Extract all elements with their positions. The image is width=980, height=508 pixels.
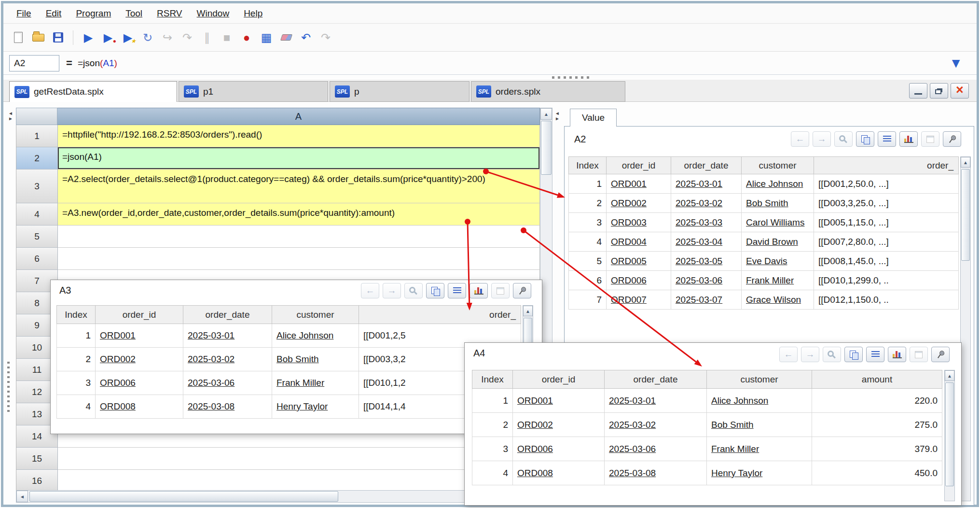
debug-execute-icon[interactable]: ▶●: [99, 28, 117, 47]
chart-icon[interactable]: [888, 347, 906, 362]
order-date-cell[interactable]: 2025-03-06: [605, 437, 707, 461]
customer-cell[interactable]: Henry Taylor: [707, 461, 812, 485]
scrollbar-thumb[interactable]: [29, 491, 338, 502]
order-id-cell[interactable]: ORD002: [96, 348, 183, 371]
customer-cell[interactable]: Alice Johnson: [742, 174, 814, 194]
middle-splitter-collapse[interactable]: ◄ ►: [555, 111, 560, 121]
chart-icon[interactable]: [469, 283, 488, 298]
cell-ref-box[interactable]: A2: [9, 55, 59, 71]
order-id-cell[interactable]: ORD005: [607, 252, 671, 271]
formula-expand-icon[interactable]: ▼: [947, 54, 965, 72]
menu-rsrv[interactable]: RSRV: [150, 8, 189, 19]
value-scrollbar[interactable]: ▲: [944, 370, 955, 501]
details-cell[interactable]: [[D008,1,45.0, ...]: [814, 252, 959, 271]
cell-A2[interactable]: =json(A1): [58, 147, 540, 169]
order-id-cell[interactable]: ORD008: [96, 395, 183, 419]
row-header-4[interactable]: 4: [16, 203, 58, 226]
details-cell[interactable]: [[D003,3,25.0, ...]: [814, 194, 959, 213]
customer-cell[interactable]: Bob Smith: [272, 348, 359, 371]
breakpoint-icon[interactable]: ●: [237, 28, 256, 47]
order-date-cell[interactable]: 2025-03-04: [671, 232, 742, 252]
grid-corner-header[interactable]: [16, 108, 57, 125]
customer-cell[interactable]: Eve Davis: [742, 252, 814, 271]
menu-file[interactable]: File: [9, 8, 39, 19]
pin-icon[interactable]: [931, 347, 950, 362]
minimize-icon[interactable]: [909, 83, 927, 99]
menu-tool[interactable]: Tool: [118, 8, 150, 19]
tab-p1[interactable]: SPL p1: [179, 81, 328, 102]
details-cell[interactable]: [[D010,1,299.0, ..: [814, 271, 959, 290]
save-icon[interactable]: [49, 28, 67, 47]
order-id-cell[interactable]: ORD003: [607, 213, 671, 232]
step-execute-icon[interactable]: ▶★: [119, 28, 137, 47]
order-id-cell[interactable]: ORD006: [607, 271, 671, 290]
order-id-cell[interactable]: ORD006: [96, 371, 183, 395]
order-date-cell[interactable]: 2025-03-08: [183, 395, 272, 419]
order-id-cell[interactable]: ORD002: [607, 194, 671, 213]
details-cell[interactable]: [[D001,2,50.0, ...]: [814, 174, 959, 194]
open-file-icon[interactable]: [29, 28, 47, 47]
pin-icon[interactable]: [513, 283, 531, 298]
calc-grid-icon[interactable]: ▦: [257, 28, 276, 47]
row-header-3[interactable]: 3: [16, 169, 58, 203]
details-cell[interactable]: [[D007,2,80.0, ...]: [814, 232, 959, 252]
order-date-cell[interactable]: 2025-03-02: [671, 194, 742, 213]
order-id-cell[interactable]: ORD006: [513, 437, 605, 461]
order-id-cell[interactable]: ORD007: [607, 290, 671, 310]
order-id-cell[interactable]: ORD002: [513, 413, 605, 437]
grid-horizontal-scrollbar[interactable]: ◄ ►: [16, 490, 540, 503]
details-cell[interactable]: [[D005,1,15.0, ...]: [814, 213, 959, 232]
order-id-cell[interactable]: ORD001: [513, 389, 605, 413]
horizontal-splitter-handle[interactable]: [552, 76, 592, 79]
order-date-cell[interactable]: 2025-03-01: [671, 174, 742, 194]
order-date-cell[interactable]: 2025-03-05: [671, 252, 742, 271]
copy-icon[interactable]: [426, 283, 444, 298]
customer-cell[interactable]: Frank Miller: [707, 437, 812, 461]
customer-cell[interactable]: Frank Miller: [272, 371, 359, 395]
cell-A4[interactable]: =A3.new(order_id,order_date,customer,ord…: [58, 203, 540, 226]
execute-icon[interactable]: ▶: [79, 28, 97, 47]
formula-input[interactable]: =json(A1): [78, 55, 117, 71]
customer-cell[interactable]: Grace Wilson: [742, 290, 814, 310]
value-scrollbar[interactable]: ▲: [960, 156, 971, 501]
row-header-1[interactable]: 1: [16, 125, 58, 147]
customer-cell[interactable]: Frank Miller: [742, 271, 814, 290]
list-icon[interactable]: [448, 283, 466, 298]
tab-value[interactable]: Value: [570, 109, 617, 127]
tab-getrestdata[interactable]: SPL getRestData.splx: [9, 81, 177, 102]
cell-A6[interactable]: [58, 248, 540, 270]
customer-cell[interactable]: Carol Williams: [742, 213, 814, 232]
order-date-cell[interactable]: 2025-03-06: [183, 371, 272, 395]
column-header-A[interactable]: A: [57, 108, 540, 125]
order-id-cell[interactable]: ORD001: [607, 174, 671, 194]
order-date-cell[interactable]: 2025-03-08: [605, 461, 707, 485]
order-id-cell[interactable]: ORD001: [96, 324, 183, 348]
list-icon[interactable]: [866, 347, 884, 362]
scroll-up-icon[interactable]: ▲: [945, 370, 954, 381]
menu-window[interactable]: Window: [190, 8, 237, 19]
undo-icon[interactable]: ↶: [297, 28, 315, 47]
customer-cell[interactable]: Bob Smith: [742, 194, 814, 213]
menu-help[interactable]: Help: [236, 8, 270, 19]
order-date-cell[interactable]: 2025-03-06: [671, 271, 742, 290]
clear-icon[interactable]: [277, 28, 295, 47]
copy-icon[interactable]: [844, 347, 863, 362]
chart-icon[interactable]: [899, 131, 918, 147]
row-header-15[interactable]: 15: [16, 448, 58, 470]
customer-cell[interactable]: Alice Johnson: [707, 389, 812, 413]
pin-icon[interactable]: [943, 131, 961, 147]
order-date-cell[interactable]: 2025-03-07: [671, 290, 742, 310]
order-date-cell[interactable]: 2025-03-01: [183, 324, 272, 348]
row-header-16[interactable]: 16: [16, 470, 58, 490]
details-cell[interactable]: [[D012,1,150.0, ..: [814, 290, 959, 310]
scroll-up-icon[interactable]: ▲: [540, 108, 552, 120]
new-file-icon[interactable]: [9, 28, 28, 47]
customer-cell[interactable]: Alice Johnson: [272, 324, 359, 348]
scrollbar-thumb[interactable]: [961, 169, 970, 261]
row-header-2[interactable]: 2: [16, 147, 58, 169]
scroll-left-icon[interactable]: ◄: [16, 491, 28, 502]
cell-A3[interactable]: =A2.select(order_details.select@1(produc…: [58, 169, 540, 203]
row-header-6[interactable]: 6: [16, 248, 58, 270]
order-id-cell[interactable]: ORD004: [607, 232, 671, 252]
close-icon[interactable]: ×: [951, 83, 969, 99]
